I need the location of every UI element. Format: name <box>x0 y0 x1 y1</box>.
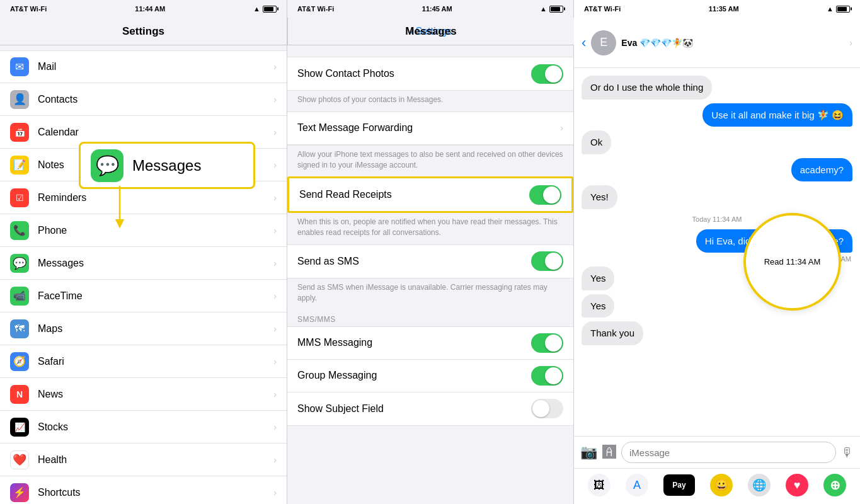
chat-back-button[interactable]: ‹ <box>582 35 586 51</box>
msg-bubble-sent-2: academy? <box>791 158 852 182</box>
shortcuts-icon: ⚡ <box>10 483 29 502</box>
battery-icon-1 <box>263 6 277 13</box>
mms-toggle[interactable] <box>531 333 563 353</box>
web-button[interactable]: 🌐 <box>748 474 771 496</box>
msg-bubble-yes1: Yes <box>582 266 614 290</box>
msg-bubble-received-3: Yes! <box>582 185 617 209</box>
time-1: 11:44 AM <box>135 5 165 13</box>
mail-chevron: › <box>273 62 277 72</box>
msg-text-3: Ok <box>590 137 602 147</box>
health-icon: ❤️ <box>10 450 29 469</box>
text-forwarding-chevron: › <box>560 123 563 133</box>
send-as-sms-toggle[interactable] <box>531 251 563 271</box>
settings-item-mail[interactable]: ✉ Mail › <box>0 50 287 83</box>
settings-item-safari[interactable]: 🧭 Safari › <box>0 345 287 378</box>
battery-3: ▲ <box>827 5 850 13</box>
status-bar-1: AT&T Wi-Fi 11:44 AM ▲ <box>0 0 287 18</box>
msg-received-3: Yes! <box>582 185 852 209</box>
memoji-button[interactable]: 😀 <box>710 474 733 496</box>
send-read-receipts-desc: When this is on, people are notified whe… <box>287 213 573 244</box>
contact-info: Eva 💎💎💎🧚🐼 <box>621 38 693 48</box>
web-icon: 🌐 <box>752 478 766 492</box>
camera-icon[interactable]: 📷 <box>580 444 597 461</box>
chat-nav-bar: ‹ E Eva 💎💎💎🧚🐼 › <box>574 18 860 68</box>
msg-text-2: Use it all and make it big 🧚 😆 <box>711 110 844 120</box>
status-bar-3: AT&T Wi-Fi 11:35 AM ▲ <box>574 0 860 18</box>
contacts-label: Contacts <box>38 94 273 105</box>
mms-messaging-label: MMS Messaging <box>297 337 531 348</box>
settings-item-news[interactable]: N News › <box>0 378 287 411</box>
settings-item-health[interactable]: ❤️ Health › <box>0 444 287 476</box>
battery-icon-3 <box>836 6 850 13</box>
health-label: Health <box>38 454 273 466</box>
show-subject-row[interactable]: Show Subject Field <box>287 392 573 425</box>
health-chevron: › <box>273 455 277 465</box>
carrier-1: AT&T Wi-Fi <box>10 5 47 13</box>
audio-icon[interactable]: 🎙 <box>841 445 854 460</box>
news-chevron: › <box>273 389 277 399</box>
appstore-toolbar-icon: A <box>633 479 641 492</box>
settings-item-facetime[interactable]: 📹 FaceTime › <box>0 280 287 312</box>
contact-details-chevron: › <box>849 38 852 48</box>
appstore-icon[interactable]: 🅰 <box>602 444 616 461</box>
show-contact-photos-toggle[interactable] <box>531 64 563 84</box>
heart-button[interactable]: ♥ <box>786 474 808 496</box>
settings-title: Settings <box>122 25 164 38</box>
messages-settings-title: Messages <box>405 25 456 38</box>
maps-chevron: › <box>273 324 277 334</box>
toggle-knob-sms <box>545 253 562 270</box>
battery-2: ▲ <box>540 5 563 13</box>
messages-highlight-icon: 💬 <box>91 149 123 182</box>
msg-text-4: academy? <box>800 164 844 175</box>
msg-bubble-received-1: Or do I use the whole thing <box>582 76 712 100</box>
send-read-receipts-group: Send Read Receipts <box>287 176 573 213</box>
msg-received-thankyou: Thank you <box>582 321 852 345</box>
messages-icon: 💬 <box>10 254 29 273</box>
send-read-receipts-row[interactable]: Send Read Receipts <box>289 178 571 211</box>
appstore-button[interactable]: A <box>626 474 648 496</box>
memoji-icon: 😀 <box>714 478 728 492</box>
settings-item-messages[interactable]: 💬 Messages › <box>0 247 287 280</box>
reminders-icon: ☑ <box>10 188 29 207</box>
group-messaging-row[interactable]: Group Messaging <box>287 360 573 392</box>
smsmms-header: SMS/MMS <box>287 310 573 326</box>
messages-label: Messages <box>38 258 273 269</box>
msg-bubble-received-2: Ok <box>582 130 611 154</box>
maps-label: Maps <box>38 323 273 335</box>
show-contact-photos-row[interactable]: Show Contact Photos <box>287 57 573 90</box>
toggle-knob-mms <box>545 335 562 352</box>
subject-toggle[interactable] <box>531 399 563 418</box>
msg-sent-1: Use it all and make it big 🧚 😆 <box>582 103 852 127</box>
messages-settings-nav: ‹ Settings Messages <box>287 18 574 45</box>
messages-chevron: › <box>273 258 277 268</box>
settings-item-contacts[interactable]: 👤 Contacts › <box>0 83 287 116</box>
photos-button[interactable]: 🖼 <box>588 474 611 496</box>
battery-1: ▲ <box>253 5 277 13</box>
group-toggle[interactable] <box>531 366 563 386</box>
battery-icon-2 <box>549 6 563 13</box>
applepay-button[interactable]: Pay <box>663 474 695 496</box>
contact-name: Eva 💎💎💎🧚🐼 <box>621 38 693 48</box>
reminders-chevron: › <box>273 193 277 203</box>
settings-item-phone[interactable]: 📞 Phone › <box>0 214 287 247</box>
mms-messaging-row[interactable]: MMS Messaging <box>287 327 573 360</box>
phone-icon: 📞 <box>10 221 29 240</box>
more-button[interactable]: ⊕ <box>823 474 846 496</box>
wifi-icon-3: ▲ <box>827 5 834 13</box>
shortcuts-label: Shortcuts <box>38 487 273 498</box>
send-read-receipts-toggle[interactable] <box>529 185 561 205</box>
text-message-forwarding-row[interactable]: Text Message Forwarding › <box>287 112 573 145</box>
show-contact-photos-group: Show Contact Photos <box>287 57 573 91</box>
toggle-knob-group <box>545 367 562 384</box>
settings-item-shortcuts[interactable]: ⚡ Shortcuts › <box>0 476 287 504</box>
status-bar-2: AT&T Wi-Fi 11:45 AM ▲ <box>287 0 573 18</box>
settings-item-stocks[interactable]: 📈 Stocks › <box>0 411 287 444</box>
msg-text-yes1: Yes <box>590 273 605 284</box>
settings-item-maps[interactable]: 🗺 Maps › <box>0 312 287 345</box>
send-as-sms-row[interactable]: Send as SMS <box>287 245 573 278</box>
group-messaging-label: Group Messaging <box>297 370 531 381</box>
chat-input-bar: 📷 🅰 🎙 <box>574 436 860 468</box>
avatar: E <box>591 30 616 55</box>
safari-icon: 🧭 <box>10 352 29 371</box>
imessage-input[interactable] <box>621 442 836 463</box>
